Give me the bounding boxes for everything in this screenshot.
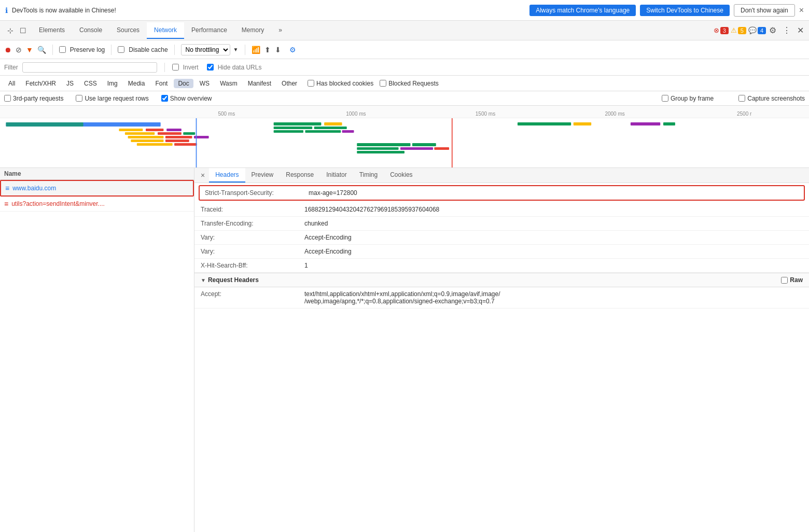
svg-rect-30 xyxy=(518,122,571,125)
hide-data-urls-checkbox[interactable] xyxy=(207,64,214,71)
search-icon[interactable]: 🔍 xyxy=(37,46,46,54)
tab-more[interactable]: » xyxy=(271,22,289,39)
filter-type-css[interactable]: CSS xyxy=(80,79,101,88)
raw-checkbox[interactable] xyxy=(781,277,788,284)
details-close-button[interactable]: × xyxy=(197,169,209,181)
chart-area xyxy=(0,118,809,168)
device-toolbar-icon[interactable]: ☐ xyxy=(18,25,29,36)
svg-rect-7 xyxy=(183,132,195,135)
details-tab-response[interactable]: Response xyxy=(280,168,320,183)
response-header-xhit: X-Hit-Search-Bff: 1 xyxy=(194,259,809,273)
group-by-frame-label[interactable]: Group by frame xyxy=(662,95,714,102)
large-rows-checkbox[interactable] xyxy=(76,95,82,102)
tab-performance[interactable]: Performance xyxy=(184,22,234,39)
response-header-vary-1: Vary: Accept-Encoding xyxy=(194,231,809,245)
tick-1000ms: 1000 ms xyxy=(291,111,421,117)
network-settings-icon[interactable]: ⚙ xyxy=(289,46,296,54)
request-item-baidu[interactable]: ≡ www.baidu.com xyxy=(0,180,194,197)
record-button[interactable]: ⏺ xyxy=(4,46,11,54)
svg-rect-25 xyxy=(357,147,398,150)
filter-type-ws[interactable]: WS xyxy=(196,79,214,88)
xhit-value: 1 xyxy=(304,262,803,269)
filter-type-wasm[interactable]: Wasm xyxy=(216,79,242,88)
tab-elements[interactable]: Elements xyxy=(32,22,72,39)
filter-input[interactable] xyxy=(22,62,157,73)
switch-to-chinese-button[interactable]: Switch DevTools to Chinese xyxy=(640,5,730,16)
preserve-log-checkbox[interactable] xyxy=(59,46,66,53)
filter-type-media[interactable]: Media xyxy=(124,79,149,88)
show-overview-label[interactable]: Show overview xyxy=(161,95,212,102)
response-header-sts: Strict-Transport-Security: max-age=17280… xyxy=(199,185,805,201)
filter-type-manifest[interactable]: Manifest xyxy=(244,79,275,88)
filter-type-fetchxhr[interactable]: Fetch/XHR xyxy=(21,79,60,88)
sts-key: Strict-Transport-Security: xyxy=(205,189,309,197)
svg-rect-26 xyxy=(400,147,433,150)
svg-rect-4 xyxy=(166,129,182,131)
more-options-icon[interactable]: ⋮ xyxy=(779,24,794,36)
tab-sources[interactable]: Sources xyxy=(109,22,147,39)
filter-type-other[interactable]: Other xyxy=(277,79,301,88)
close-devtools-icon[interactable]: ✕ xyxy=(794,24,807,36)
details-tab-cookies[interactable]: Cookies xyxy=(384,168,419,183)
transfer-encoding-value: chunked xyxy=(304,220,803,227)
request-headers-section-title: ▼ Request Headers Raw xyxy=(194,273,809,287)
has-blocked-cookies-checkbox[interactable] xyxy=(308,80,314,87)
capture-screenshots-checkbox[interactable] xyxy=(738,95,745,102)
raw-label[interactable]: Raw xyxy=(790,276,803,284)
disable-cache-checkbox[interactable] xyxy=(118,46,124,53)
filter-type-font[interactable]: Font xyxy=(151,79,172,88)
svg-rect-31 xyxy=(574,122,591,125)
clear-button[interactable]: ⊘ xyxy=(16,46,22,54)
svg-rect-8 xyxy=(128,136,164,138)
filter-type-js[interactable]: JS xyxy=(62,79,78,88)
traceid-key: Traceid: xyxy=(201,206,304,213)
show-overview-checkbox[interactable] xyxy=(161,95,168,102)
upload-icon[interactable]: ⬆ xyxy=(264,46,271,54)
details-tabs: × Headers Preview Response Initiator Tim… xyxy=(194,168,809,183)
details-tab-headers[interactable]: Headers xyxy=(209,168,245,183)
dont-show-again-button[interactable]: Don't show again xyxy=(734,4,795,17)
tab-memory[interactable]: Memory xyxy=(234,22,271,39)
error-icon: ⊗ xyxy=(714,26,719,34)
details-tab-preview[interactable]: Preview xyxy=(245,168,280,183)
filter-type-all[interactable]: All xyxy=(4,79,19,88)
blocked-requests-checkbox[interactable] xyxy=(380,80,386,87)
filter-type-img[interactable]: Img xyxy=(103,79,122,88)
wifi-icon[interactable]: 📶 xyxy=(252,46,260,54)
invert-label[interactable]: Invert xyxy=(183,64,199,71)
disable-cache-label[interactable]: Disable cache xyxy=(129,46,168,53)
accept-value: text/html,application/xhtml+xml,applicat… xyxy=(304,290,803,305)
third-party-requests-label[interactable]: 3rd-party requests xyxy=(4,95,63,102)
settings-gear-icon[interactable]: ⚙ xyxy=(766,24,779,36)
blocked-requests-label[interactable]: Blocked Requests xyxy=(388,80,439,87)
group-by-frame-checkbox[interactable] xyxy=(662,95,668,102)
filter-label: Filter xyxy=(4,64,18,71)
svg-rect-19 xyxy=(314,127,347,129)
request-name-baidu: www.baidu.com xyxy=(12,185,56,192)
download-icon[interactable]: ⬇ xyxy=(275,46,281,54)
has-blocked-cookies-label[interactable]: Has blocked cookies xyxy=(316,80,373,87)
invert-checkbox[interactable] xyxy=(172,64,179,71)
third-party-checkbox[interactable] xyxy=(4,95,11,102)
details-tab-timing[interactable]: Timing xyxy=(353,168,384,183)
notification-close-button[interactable]: × xyxy=(799,6,804,15)
svg-rect-17 xyxy=(324,122,342,125)
svg-rect-1 xyxy=(6,122,83,127)
always-match-language-button[interactable]: Always match Chrome's language xyxy=(529,5,636,16)
svg-rect-18 xyxy=(274,127,313,129)
filter-type-doc[interactable]: Doc xyxy=(174,79,193,88)
details-tab-initiator[interactable]: Initiator xyxy=(320,168,353,183)
tab-console[interactable]: Console xyxy=(72,22,109,39)
transfer-encoding-key: Transfer-Encoding: xyxy=(201,220,304,227)
throttle-select[interactable]: No throttling xyxy=(181,44,230,55)
tick-1500ms: 1500 ms xyxy=(421,111,550,117)
devtools-icons-left: ⊹ ☐ xyxy=(2,25,32,36)
preserve-log-label[interactable]: Preserve log xyxy=(70,46,105,53)
tab-network[interactable]: Network xyxy=(147,22,184,39)
large-rows-label[interactable]: Use large request rows xyxy=(76,95,148,102)
capture-screenshots-label[interactable]: Capture screenshots xyxy=(738,95,805,102)
hide-data-urls-label[interactable]: Hide data URLs xyxy=(218,64,262,71)
filter-icon[interactable]: ▼ xyxy=(26,46,33,54)
inspect-element-icon[interactable]: ⊹ xyxy=(5,25,16,36)
request-item-utils[interactable]: ≡ utils?action=sendIntent&minver.... xyxy=(0,197,194,212)
